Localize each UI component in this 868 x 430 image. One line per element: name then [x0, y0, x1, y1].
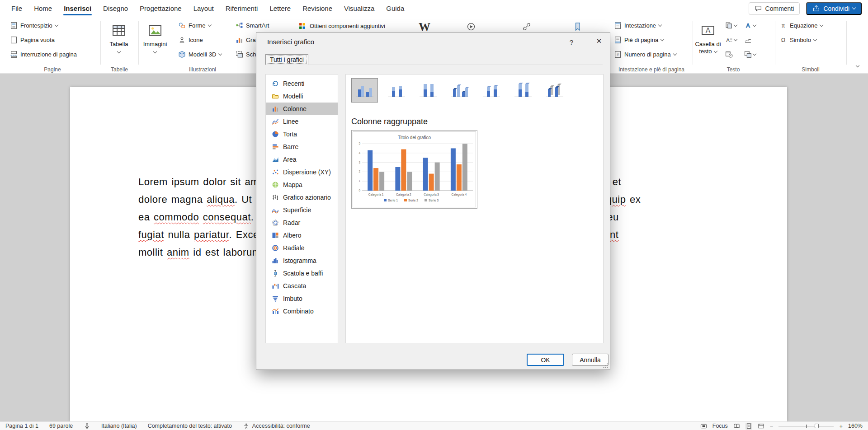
zoom-in-button[interactable]: + [839, 423, 843, 430]
dictation-icon[interactable] [84, 423, 90, 430]
web-layout-icon[interactable] [758, 423, 764, 430]
column-chart-icon [272, 105, 279, 112]
text-prediction-status[interactable]: Completamento del testo: attivato [148, 423, 232, 429]
shapes-button[interactable]: Forme [175, 19, 224, 31]
chart-subtype-3d-stacked[interactable] [478, 78, 505, 103]
dialog-help-button[interactable]: ? [566, 37, 576, 47]
focus-label[interactable]: Focus [712, 423, 728, 429]
menu-tab-guida[interactable]: Guida [380, 0, 410, 17]
svg-text:A: A [746, 22, 750, 29]
header-button[interactable]: Intestazione [611, 19, 692, 31]
equation-button[interactable]: π Equazione [777, 19, 844, 31]
chart-category-grafico-azionario[interactable]: Grafico azionario [266, 191, 338, 204]
pictures-button[interactable]: Immagini [139, 23, 171, 53]
link-button[interactable] [522, 22, 531, 31]
share-button[interactable]: Condividi [806, 2, 862, 15]
chart-category-albero[interactable]: Albero [266, 229, 338, 242]
zoom-handle[interactable] [815, 424, 819, 428]
menu-tab-lettere[interactable]: Lettere [264, 0, 297, 17]
date-time-button[interactable] [725, 48, 737, 60]
bookmark-button[interactable] [573, 22, 582, 31]
object-button[interactable] [744, 48, 756, 60]
chart-category-radiale[interactable]: Radiale [266, 242, 338, 254]
chart-subtype-3d-stacked100[interactable] [509, 78, 536, 103]
menu-tab-revisione[interactable]: Revisione [297, 0, 338, 17]
dialog-close-button[interactable]: ✕ [588, 33, 610, 50]
chart-category-istogramma[interactable]: Istogramma [266, 254, 338, 267]
chart-subtype-stacked[interactable] [383, 78, 410, 103]
misspelled-word: commodo [154, 211, 199, 223]
ok-button[interactable]: OK [527, 354, 564, 366]
read-mode-icon[interactable] [733, 423, 740, 430]
illustrations-group-label: Illustrazioni [166, 66, 239, 73]
online-video-button[interactable] [467, 22, 476, 31]
language-indicator[interactable]: Italiano (Italia) [101, 423, 137, 429]
accessibility-status[interactable]: Accessibilità: conforme [243, 423, 310, 430]
cover-page-button[interactable]: Frontespizio [7, 19, 98, 31]
bar-chart-icon [272, 143, 279, 150]
menu-tab-visualizza[interactable]: Visualizza [338, 0, 380, 17]
word-count[interactable]: 69 parole [49, 423, 73, 429]
quick-parts-button[interactable] [725, 19, 737, 31]
chart-preview-frame[interactable]: Titolo del grafico012345Categoria 1Categ… [351, 130, 477, 209]
chart-category-barre[interactable]: Barre [266, 140, 338, 153]
chart-subtype-3d-column[interactable] [541, 78, 568, 103]
focus-icon[interactable] [700, 423, 707, 430]
collapse-ribbon-button[interactable] [856, 61, 859, 69]
page-number-icon: # [614, 51, 622, 58]
chart-category-area[interactable]: Area [266, 153, 338, 166]
zoom-out-button[interactable]: − [770, 423, 774, 430]
page-indicator[interactable]: Pagina 1 di 1 [5, 423, 38, 429]
wordart-button[interactable]: A [744, 19, 756, 31]
tab-all-charts[interactable]: Tutti i grafici [265, 54, 308, 65]
icons-button[interactable]: Icone [175, 34, 224, 46]
3d-models-button[interactable]: Modelli 3D [175, 48, 224, 60]
drop-cap-button[interactable]: A [725, 34, 737, 46]
online-video-icon [467, 22, 476, 31]
menu-tab-progettazione[interactable]: Progettazione [134, 0, 188, 17]
page-break-button[interactable]: Interruzione di pagina [7, 48, 98, 60]
chart-category-combinato[interactable]: Combinato [266, 305, 338, 318]
chart-category-mappa[interactable]: Mappa [266, 178, 338, 191]
get-addins-button[interactable]: Ottieni componenti aggiuntivi [298, 22, 385, 30]
chart-category-radar[interactable]: Radar [266, 216, 338, 229]
chart-preview: Titolo del grafico012345Categoria 1Categ… [353, 131, 476, 207]
symbol-button[interactable]: Ω Simbolo [777, 34, 844, 46]
chevron-down-icon [673, 51, 676, 55]
menu-tab-layout[interactable]: Layout [188, 0, 220, 17]
chart-subtype-clustered[interactable] [351, 78, 378, 103]
chart-category-superficie[interactable]: Superficie [266, 204, 338, 216]
chart-category-label: Radiale [283, 244, 304, 252]
menu-tab-disegno[interactable]: Disegno [97, 0, 134, 17]
table-button[interactable]: Tabella [103, 23, 135, 53]
chart-category-cascata[interactable]: Cascata [266, 280, 338, 292]
smartart-button[interactable]: SmartArt [233, 19, 277, 31]
chart-category-colonne[interactable]: Colonne [266, 103, 338, 115]
chart-category-linee[interactable]: Linee [266, 115, 338, 128]
menu-tab-riferimenti[interactable]: Riferimenti [220, 0, 264, 17]
text-box-button[interactable]: A Casella di testo [693, 23, 722, 55]
footer-button[interactable]: Piè di pagina [611, 34, 692, 46]
dialog-title-bar[interactable]: Inserisci grafico [256, 33, 610, 51]
menu-tab-home[interactable]: Home [28, 0, 58, 17]
page-number-button[interactable]: # Numero di pagina [611, 48, 692, 60]
zoom-level[interactable]: 160% [848, 423, 863, 429]
chart-category-dispersione-xy-[interactable]: Dispersione (XY) [266, 166, 338, 178]
chart-category-torta[interactable]: Torta [266, 128, 338, 140]
print-layout-icon[interactable] [745, 423, 752, 430]
signature-line-button[interactable] [744, 34, 756, 46]
blank-page-button[interactable]: Pagina vuota [7, 34, 98, 46]
zoom-slider[interactable] [778, 423, 834, 430]
chart-subtype-3d-clustered[interactable] [446, 78, 473, 103]
menu-tab-inserisci[interactable]: Inserisci [58, 0, 97, 17]
misspelled-word: aliqua [207, 194, 235, 205]
resize-grip[interactable] [603, 362, 609, 368]
menu-tab-file[interactable]: File [5, 0, 28, 17]
accessibility-icon [243, 423, 250, 430]
chart-category-recenti[interactable]: Recenti [266, 77, 338, 90]
chart-category-modelli[interactable]: Modelli [266, 90, 338, 103]
comments-button[interactable]: Commenti [749, 2, 800, 15]
chart-category-scatola-e-baffi[interactable]: Scatola e baffi [266, 267, 338, 280]
chart-subtype-stacked100[interactable] [415, 78, 441, 103]
chart-category-imbuto[interactable]: Imbuto [266, 292, 338, 305]
